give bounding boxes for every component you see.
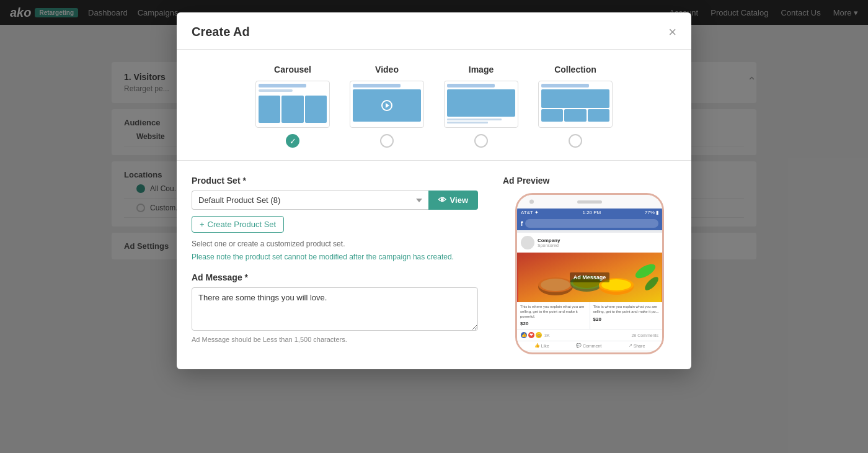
product-set-select[interactable]: Default Product Set (8) [192,191,428,210]
fb-share-button[interactable]: ↗ Share [629,343,645,348]
fb-product-item-1: This is where you explain what you are s… [517,302,590,329]
ad-type-selector: Carousel ✓ [177,50,691,161]
play-icon [381,100,392,111]
modal-body: Product Set * Default Product Set (8) 👁 … [177,161,691,369]
collection-preview [538,81,613,128]
modal-overlay: Create Ad × Carousel [0,0,868,453]
carousel-check-icon: ✓ [290,137,296,146]
product-set-warning: Please note the product set cannot be mo… [192,252,478,262]
collection-radio[interactable] [569,134,582,148]
comment-icon: 💬 [576,343,582,348]
fb-actions-bar: 👍 Like 💬 Comment ↗ Share [517,341,662,350]
fb-logo: f [521,220,523,227]
fb-status-bar: AT&T ✦ 1:20 PM 77% ▮ [517,209,662,217]
fb-ad-message-overlay: Ad Message [570,272,610,282]
carousel-preview [255,81,330,128]
fb-page-avatar [521,236,534,249]
fb-nav: f [517,217,662,230]
fb-product-row: This is where you explain what you are s… [517,302,662,329]
fb-post-header: Company Sponsored [517,233,662,253]
fb-post-meta: Company Sponsored [538,238,658,248]
share-label: Share [634,344,645,348]
fb-product-desc-1: This is where you explain what you are s… [520,305,587,319]
carousel-radio[interactable]: ✓ [286,134,299,148]
fb-product-price-1: $20 [520,321,587,326]
modal-close-button[interactable]: × [668,25,676,39]
view-label: View [450,195,468,205]
video-label: Video [375,65,399,74]
ad-message-input[interactable]: There are some things you will love. [192,287,478,331]
fb-battery: 77% ▮ [645,210,658,215]
image-preview [444,81,518,128]
char-limit-text: Ad Message should be Less than 1,500 cha… [192,336,478,343]
modal-right-column: Ad Preview AT&T ✦ 1:20 PM 77% ▮ [503,176,676,354]
product-set-row: Default Product Set (8) 👁 View [192,191,478,210]
fb-search-bar [525,219,658,228]
video-radio[interactable] [380,134,394,148]
phone-camera [529,200,534,204]
fb-time: 1:20 PM [582,210,601,215]
fb-product-desc-2: This is where you explain what you are s… [593,305,660,315]
carousel-label: Carousel [274,65,311,74]
ad-preview-label: Ad Preview [503,176,676,186]
video-preview [350,81,424,128]
like-icon: 👍 [521,332,527,338]
ad-type-video[interactable]: Video [350,65,424,148]
fb-reaction-icons: 👍 ❤ 😄 3K [521,332,550,338]
fb-reactions-bar: 👍 ❤ 😄 3K 28 Comments [517,329,662,341]
create-product-set-button[interactable]: + Create Product Set [192,216,284,233]
phone-speaker [577,200,602,204]
fb-comment-button[interactable]: 💬 Comment [576,343,601,348]
ad-message-label: Ad Message * [192,272,478,282]
like-label: Like [541,344,549,348]
image-label: Image [469,65,494,74]
create-ad-modal: Create Ad × Carousel [177,12,691,369]
share-icon: ↗ [629,343,632,348]
product-set-label: Product Set * [192,176,478,186]
reaction-count: 3K [544,333,550,338]
fb-like-button[interactable]: 👍 Like [534,343,549,348]
create-product-set-label: Create Product Set [208,220,277,229]
svg-point-3 [541,279,570,291]
modal-header: Create Ad × [177,12,691,50]
ad-type-collection[interactable]: Collection [538,65,613,148]
view-button[interactable]: 👁 View [428,191,478,210]
fb-sponsored-label: Sponsored [538,243,658,248]
eye-icon: 👁 [438,195,446,205]
ad-type-carousel[interactable]: Carousel ✓ [255,65,330,148]
modal-title: Create Ad [192,25,250,39]
ad-type-image[interactable]: Image [444,65,518,148]
comment-label: Comment [583,344,601,348]
comments-count: 28 Comments [631,333,658,338]
fb-carrier: AT&T ✦ [521,210,539,215]
thumb-icon: 👍 [534,343,540,348]
fb-page-name: Company [538,238,658,243]
product-set-helper: Select one or create a customized produc… [192,239,478,249]
image-radio[interactable] [474,134,488,148]
fb-feed: AT&T ✦ 1:20 PM 77% ▮ f [517,209,662,350]
fb-product-item-2: This is where you explain what you are s… [590,302,663,329]
phone-mockup: AT&T ✦ 1:20 PM 77% ▮ f [515,193,664,354]
phone-top-bar [517,195,662,209]
fb-post-card: Company Sponsored [517,233,662,350]
fb-post-image: Ad Message [517,253,662,302]
fb-product-price-2: $20 [593,316,660,322]
collection-label: Collection [554,65,596,74]
haha-icon: 😄 [536,332,542,338]
modal-left-column: Product Set * Default Product Set (8) 👁 … [192,176,478,354]
plus-icon: + [200,220,205,229]
love-icon: ❤ [528,332,534,338]
